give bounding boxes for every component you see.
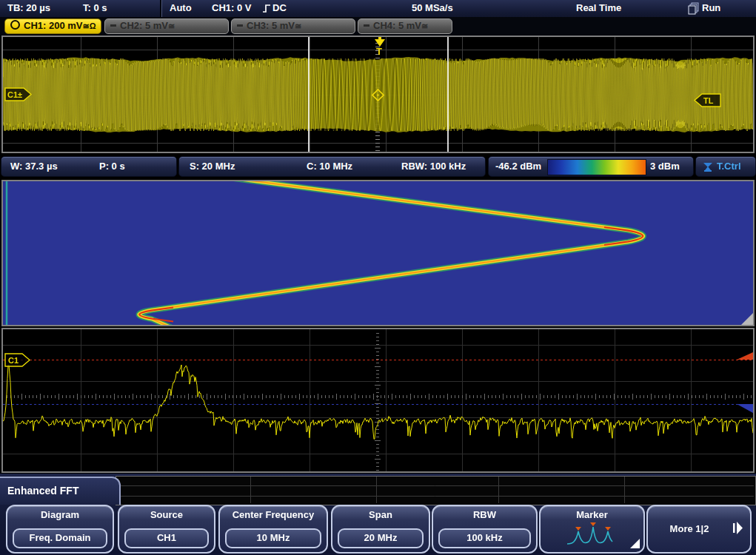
fft-settings-readout[interactable]: S: 20 MHz C: 10 MHz RBW: 100 kHz [178,156,486,177]
softkey-diagram-value[interactable]: Freq. Domain [13,528,107,548]
svg-text:C1±: C1± [7,90,22,99]
softkey-span-label: Span [332,509,429,520]
menu-tab-enhanced-fft[interactable]: Enhanced FFT [0,477,121,505]
ch2-label: CH2: 5 mV [120,20,168,31]
channel-button-ch2[interactable]: CH2: 5 mV≅ [104,18,229,34]
spectrogram-level-scale[interactable]: -46.2 dBm 3 dBm [488,156,694,177]
fft-ch1-tag[interactable]: C1 [4,353,31,367]
softkey-rbw-label: RBW [433,509,536,520]
fft-grid-strip [116,476,756,505]
marker-spectrum-icon [566,522,615,548]
horizontal-position-readout[interactable]: T: 0 s [83,2,107,13]
acquisition-stack-icon [688,2,700,15]
trigger-source-readout[interactable]: CH1: 0 V [212,2,251,13]
ch2-marker-icon [110,24,116,27]
zoom-window-readout[interactable]: W: 37.3 µs P: 0 s [1,156,177,177]
ch3-marker-icon [237,24,243,27]
softkey-rbw[interactable]: RBW 100 kHz [432,505,538,554]
acquisition-mode-readout: Real Time [576,2,621,13]
fft-gate-line-right[interactable] [447,37,449,152]
softkey-rbw-value[interactable]: 100 kHz [438,528,531,548]
softkey-center-frequency-label: Center Frequency [220,509,327,520]
softkey-source[interactable]: Source CH1 [118,505,215,554]
softkey-center-frequency[interactable]: Center Frequency 10 MHz [218,505,328,554]
ch1-label: CH1: 200 mV [24,20,82,31]
scale-min-label: -46.2 dBm [495,161,541,172]
touch-control-label: T.Ctrl [717,161,741,172]
center-readout: C: 10 MHz [307,161,352,172]
scale-max-label: 3 dBm [650,161,680,172]
window-width: W: 37.3 µs [10,161,58,172]
ch1-coupling: ≅Ω [82,21,96,30]
ch2-coupling: ≅ [168,21,175,30]
trigger-letter: T [376,46,382,57]
waveform-display-area[interactable]: T C1± TL [1,36,755,153]
softkey-diagram-label: Diagram [7,509,113,520]
spectrogram-display-area[interactable] [1,180,755,326]
channel-row: CH1: 200 mV≅Ω CH2: 5 mV≅ CH3: 5 mV≅ CH4:… [0,17,756,36]
ch1-marker-icon [10,20,20,30]
level-gradient-bar [547,159,646,175]
ch3-coupling: ≅ [295,21,301,30]
softkey-span[interactable]: Span 20 MHz [331,505,430,554]
run-status[interactable]: Run [702,2,720,13]
window-position: P: 0 s [99,161,125,172]
softkey-source-value[interactable]: CH1 [124,528,209,548]
trigger-slope-icon [262,4,271,13]
channel-button-ch1[interactable]: CH1: 200 mV≅Ω [4,18,101,34]
softkey-center-frequency-value[interactable]: 10 MHz [225,528,321,548]
trigger-mode-readout[interactable]: Auto [170,2,192,13]
softkey-diagram[interactable]: Diagram Freq. Domain [6,505,114,554]
softkey-more-label: More 1|2 [648,523,731,534]
marker-submenu-corner-icon [630,539,640,548]
touch-control-icon [701,161,715,172]
sample-rate-readout: 50 MSa/s [412,2,453,13]
fft-display-area[interactable]: C1 [1,328,755,473]
softkey-source-label: Source [119,509,214,520]
ch1-offset-tag[interactable]: C1± [4,87,33,101]
softkey-more[interactable]: More 1|2 [646,505,752,554]
svg-text:C1: C1 [8,356,19,365]
span-readout: S: 20 MHz [190,161,235,172]
ch4-coupling: ≅ [421,21,428,30]
channel-button-ch4[interactable]: CH4: 5 mV≅ [358,18,452,34]
ch3-label: CH3: 5 mV [247,20,295,31]
fft-canvas[interactable] [3,329,753,471]
touch-control-button[interactable]: T.Ctrl [695,156,756,177]
channel-button-ch3[interactable]: CH3: 5 mV≅ [231,18,355,34]
rbw-readout: RBW: 100 kHz [401,161,466,172]
timebase-readout[interactable]: TB: 20 µs [7,2,50,13]
softkey-span-value[interactable]: 20 MHz [338,528,424,548]
header-bar: TB: 20 µs T: 0 s Auto CH1: 0 V DC 50 MSa… [0,0,756,18]
trigger-level-tag[interactable]: TL [693,93,721,107]
ch4-label: CH4: 5 mV [373,20,421,31]
ch4-marker-icon [364,24,369,27]
trigger-point-diamond-icon [372,89,384,101]
softkey-marker-label: Marker [541,509,643,520]
header-separator [160,0,162,17]
svg-text:TL: TL [703,96,714,105]
more-arrow-icon [733,522,743,534]
trigger-coupling-readout[interactable]: DC [272,2,287,13]
spectrogram-canvas[interactable] [3,181,753,325]
fft-gate-line-left[interactable] [308,37,310,152]
softkey-marker[interactable]: Marker [539,505,645,554]
grid-strip-canvas [116,477,754,503]
